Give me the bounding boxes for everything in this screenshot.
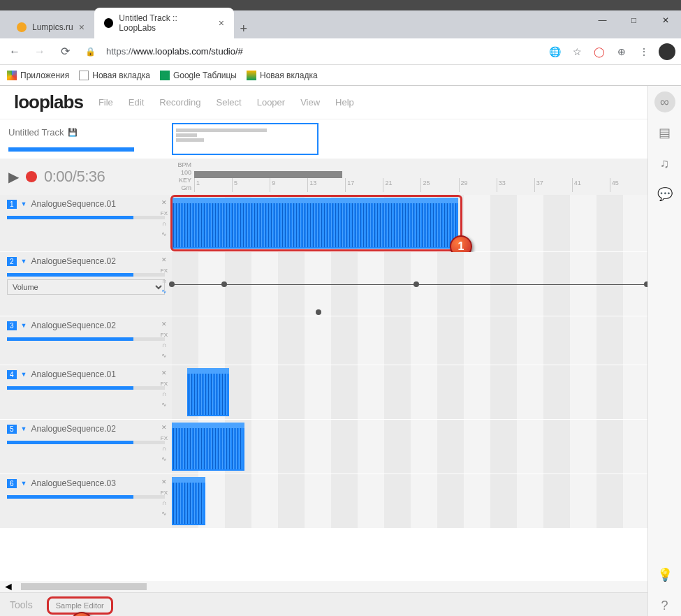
chevron-down-icon[interactable]: ▼	[21, 200, 27, 207]
volume-slider[interactable]	[7, 441, 165, 444]
chevron-down-icon[interactable]: ▼	[21, 371, 27, 378]
automation-icon[interactable]: ∿	[161, 286, 167, 296]
browser-tab[interactable]: Lumpics.ru ×	[7, 16, 94, 38]
save-icon[interactable]: 💾	[68, 128, 78, 137]
headphone-icon[interactable]: ∩	[162, 219, 166, 228]
star-icon[interactable]: ☆	[569, 44, 585, 59]
volume-slider[interactable]	[7, 386, 165, 390]
track-lane[interactable]	[172, 365, 647, 419]
audio-clip[interactable]	[172, 423, 244, 471]
apps-bookmark[interactable]: Приложения	[7, 71, 69, 80]
opera-icon[interactable]: ◯	[592, 44, 607, 59]
track-lane[interactable]	[172, 252, 647, 316]
apps-icon	[7, 71, 17, 80]
bookmark-item[interactable]: Новая вкладка	[79, 71, 150, 80]
shuffle-icon[interactable]: ✕	[161, 423, 167, 432]
menu-view[interactable]: View	[300, 97, 320, 108]
automation-icon[interactable]: ∿	[161, 508, 167, 518]
automation-line[interactable]	[172, 284, 647, 285]
project-title[interactable]: Untitled Track💾	[8, 127, 163, 138]
track-lane[interactable]	[172, 316, 647, 365]
window-minimize[interactable]: —	[587, 10, 618, 31]
automation-icon[interactable]: ∿	[161, 454, 167, 464]
audio-clip[interactable]	[172, 198, 458, 249]
music-icon[interactable]: ♫	[654, 153, 675, 174]
window-maximize[interactable]: □	[618, 10, 650, 31]
new-tab-button[interactable]: +	[234, 19, 254, 38]
minimap[interactable]	[172, 119, 647, 159]
menu-file[interactable]: File	[98, 97, 113, 108]
bookmark-item[interactable]: Google Таблицы	[160, 71, 237, 80]
reload-button[interactable]: ⟳	[56, 43, 74, 61]
fx-icon[interactable]: FX	[161, 433, 168, 443]
audio-clip[interactable]	[187, 368, 229, 416]
timeline-ruler[interactable]: 159131721252933374145	[194, 159, 647, 195]
track-header[interactable]: 6▼AnalogueSequence.03 ✕FX∩∿	[0, 474, 172, 528]
timecode: 0:00/5:36	[44, 168, 105, 186]
shuffle-icon[interactable]: ✕	[161, 477, 167, 487]
volume-slider[interactable]	[7, 216, 165, 219]
track-lane[interactable]	[172, 474, 647, 528]
headphone-icon[interactable]: ∩	[162, 340, 166, 350]
headphone-icon[interactable]: ∩	[162, 276, 166, 286]
track-header[interactable]: 3▼AnalogueSequence.02 ✕FX∩∿	[0, 316, 172, 365]
fx-icon[interactable]: FX	[161, 265, 168, 275]
volume-slider[interactable]	[7, 273, 165, 277]
menu-recording[interactable]: Recording	[159, 97, 200, 108]
record-button[interactable]	[26, 171, 37, 182]
fx-icon[interactable]: FX	[161, 487, 168, 497]
hint-icon[interactable]: 💡	[654, 564, 675, 585]
close-icon[interactable]: ×	[219, 17, 224, 29]
fx-icon[interactable]: FX	[161, 208, 168, 218]
track-header[interactable]: 5▼AnalogueSequence.02 ✕FX∩∿	[0, 420, 172, 474]
browser-tab-active[interactable]: Untitled Track :: LoopLabs ×	[94, 8, 234, 38]
automation-icon[interactable]: ∿	[161, 351, 167, 360]
forward-button[interactable]: →	[31, 43, 49, 61]
automation-select[interactable]: Volume	[7, 279, 165, 295]
shuffle-icon[interactable]: ✕	[161, 319, 167, 329]
track-header[interactable]: 2▼AnalogueSequence.02 Volume ✕FX∩∿	[0, 252, 172, 316]
chevron-down-icon[interactable]: ▼	[21, 480, 27, 487]
headphone-icon[interactable]: ∩	[162, 443, 166, 453]
globe-icon[interactable]: ⊕	[614, 44, 629, 59]
track-header[interactable]: 4▼AnalogueSequence.01 ✕FX∩∿	[0, 365, 172, 419]
shuffle-icon[interactable]: ✕	[161, 198, 167, 207]
track-lane[interactable]: 1	[172, 195, 647, 251]
window-close[interactable]: ✕	[650, 10, 681, 31]
track-lane[interactable]	[172, 420, 647, 474]
close-icon[interactable]: ×	[79, 22, 85, 33]
volume-slider[interactable]	[7, 495, 165, 499]
play-button[interactable]: ▶	[8, 168, 19, 185]
menu-select[interactable]: Select	[217, 97, 242, 108]
menu-help[interactable]: Help	[335, 97, 354, 108]
automation-icon[interactable]: ∿	[161, 399, 167, 409]
chevron-down-icon[interactable]: ▼	[21, 322, 27, 329]
shuffle-icon[interactable]: ✕	[161, 368, 167, 378]
translate-icon[interactable]: 🌐	[547, 44, 562, 59]
chevron-down-icon[interactable]: ▼	[21, 425, 27, 432]
headphone-icon[interactable]: ∩	[162, 389, 166, 399]
menu-edit[interactable]: Edit	[129, 97, 144, 108]
volume-slider[interactable]	[7, 337, 165, 341]
address-bar[interactable]: https://www.looplabs.com/studio/#	[106, 46, 540, 57]
track-header[interactable]: 1▼AnalogueSequence.01 ✕FX∩∿	[0, 195, 172, 251]
drive-icon[interactable]: ▤	[654, 122, 675, 143]
headphone-icon[interactable]: ∩	[162, 498, 166, 508]
automation-icon[interactable]: ∿	[161, 229, 167, 239]
favicon-icon	[104, 18, 113, 28]
profile-avatar[interactable]	[659, 43, 675, 60]
audio-clip[interactable]	[172, 477, 205, 525]
shuffle-icon[interactable]: ✕	[161, 255, 167, 265]
chat-icon[interactable]: 💬	[654, 184, 675, 205]
track-row: 6▼AnalogueSequence.03 ✕FX∩∿	[0, 474, 647, 529]
menu-looper[interactable]: Looper	[257, 97, 285, 108]
fx-icon[interactable]: FX	[161, 330, 168, 339]
horizontal-scrollbar[interactable]: ◄	[0, 581, 647, 592]
bookmark-item[interactable]: Новая вкладка	[247, 71, 318, 80]
chevron-down-icon[interactable]: ▼	[21, 258, 27, 265]
loop-icon[interactable]: ∞	[654, 91, 675, 112]
help-icon[interactable]: ?	[654, 595, 675, 616]
back-button[interactable]: ←	[6, 43, 24, 61]
fx-icon[interactable]: FX	[161, 379, 168, 388]
menu-icon[interactable]: ⋮	[636, 44, 652, 59]
